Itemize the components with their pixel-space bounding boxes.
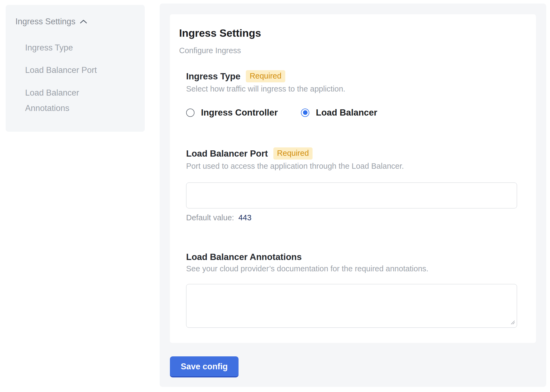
save-config-button[interactable]: Save config: [170, 356, 239, 377]
load-balancer-annotations-textarea[interactable]: [186, 284, 517, 328]
section-description: Select how traffic will ingress to the a…: [186, 85, 524, 93]
section-title-ingress-type: Ingress Type: [186, 71, 240, 82]
settings-panel: Ingress Settings Configure Ingress Ingre…: [160, 4, 546, 387]
section-title-load-balancer-port: Load Balancer Port: [186, 148, 268, 159]
chevron-up-icon: [80, 19, 87, 24]
form-sections: Ingress Type Required Select how traffic…: [186, 70, 524, 328]
ingress-settings-card: Ingress Settings Configure Ingress Ingre…: [170, 14, 536, 343]
section-heading-row: Load Balancer Annotations: [186, 252, 524, 262]
section-title-load-balancer-annotations: Load Balancer Annotations: [186, 252, 302, 262]
default-value: 443: [238, 213, 251, 222]
radio-label-load-balancer: Load Balancer: [316, 107, 377, 118]
section-load-balancer-annotations: Load Balancer Annotations See your cloud…: [186, 252, 524, 328]
page-subtitle: Configure Ingress: [179, 46, 524, 55]
default-value-row: Default value: 443: [186, 213, 524, 222]
radio-selected-icon: [301, 109, 309, 117]
required-badge: Required: [246, 70, 285, 82]
section-ingress-type: Ingress Type Required Select how traffic…: [186, 70, 524, 118]
resize-handle-icon[interactable]: [510, 320, 515, 326]
nav-items: Ingress Type Load Balancer Port Load Bal…: [25, 40, 137, 116]
settings-nav: Ingress Settings Ingress Type Load Balan…: [6, 5, 145, 132]
page-layout: Ingress Settings Ingress Type Load Balan…: [0, 0, 550, 387]
radio-option-ingress-controller[interactable]: Ingress Controller: [186, 107, 278, 118]
section-description: Port used to access the application thro…: [186, 162, 524, 171]
nav-group-label: Ingress Settings: [15, 17, 75, 26]
radio-unselected-icon: [186, 109, 194, 117]
section-load-balancer-port: Load Balancer Port Required Port used to…: [186, 147, 524, 222]
section-heading-row: Ingress Type Required: [186, 70, 524, 82]
page-title: Ingress Settings: [179, 27, 524, 39]
default-value-label: Default value:: [186, 213, 234, 222]
nav-group-ingress-settings[interactable]: Ingress Settings: [15, 17, 137, 26]
section-description: See your cloud provider’s documentation …: [186, 264, 524, 273]
sidebar-item-load-balancer-annotations[interactable]: Load Balancer Annotations: [25, 85, 114, 116]
required-badge: Required: [273, 147, 313, 160]
ingress-type-radio-group: Ingress Controller Load Balancer: [186, 107, 524, 118]
radio-label-ingress-controller: Ingress Controller: [201, 107, 278, 118]
section-heading-row: Load Balancer Port Required: [186, 147, 524, 160]
annotations-textarea-wrap: [186, 284, 517, 328]
sidebar-item-ingress-type[interactable]: Ingress Type: [25, 40, 114, 55]
radio-option-load-balancer[interactable]: Load Balancer: [301, 107, 377, 118]
sidebar-item-load-balancer-port[interactable]: Load Balancer Port: [25, 62, 114, 78]
load-balancer-port-input[interactable]: [186, 183, 517, 208]
